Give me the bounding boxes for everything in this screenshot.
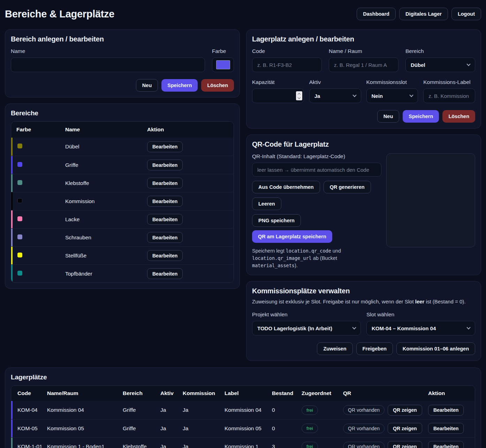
row-color-stripe [11, 138, 13, 156]
projekt-select[interactable]: TODO Lagerlogistik (In Arbeit) [252, 321, 361, 335]
number-spinner[interactable] [296, 91, 302, 100]
qr-am-lagerplatz-speichern-button[interactable]: QR am Lagerplatz speichern [252, 230, 332, 243]
cell-bestand: 0 [272, 425, 302, 432]
code-input[interactable] [252, 57, 322, 72]
bearbeiten-button[interactable]: Bearbeiten [147, 214, 183, 225]
bereich-speichern-button[interactable]: Speichern [161, 79, 198, 92]
qr-zeigen-button[interactable]: QR zeigen [388, 423, 422, 434]
png-speichern-button[interactable]: PNG speichern [252, 214, 301, 227]
cell-bereich: Klebstoffe [123, 443, 160, 448]
digitales-lager-button[interactable]: Digitales Lager [399, 8, 448, 20]
bereich-name-label: Name [11, 48, 205, 54]
kommissions-label-input[interactable] [423, 88, 475, 103]
row-color-swatch [17, 144, 22, 148]
freigeben-button[interactable]: Freigeben [356, 342, 393, 355]
aus-code-uebernehmen-button[interactable]: Aus Code übernehmen [252, 181, 320, 193]
bereich-select[interactable]: Dübel [405, 57, 475, 72]
logout-button[interactable]: Logout [451, 8, 481, 20]
bereich-name: Lacke [65, 216, 147, 223]
bereich-name: Klebstoffe [65, 180, 147, 186]
cell-aktiv: Ja [160, 407, 183, 413]
kommission-panel: Kommissionsplätze verwalten Zuweisung is… [246, 281, 481, 361]
leeren-button[interactable]: Leeren [252, 198, 281, 210]
table-row: KOM-05 Kommission 05 Griffe Ja Ja Kommis… [11, 419, 475, 437]
chevron-down-icon [410, 93, 413, 97]
slot-select-value: KOM-04 – Kommission 04 [372, 325, 436, 331]
aktiv-select[interactable]: Ja [309, 88, 361, 103]
bearbeiten-button[interactable]: Bearbeiten [428, 441, 464, 448]
kommission-anlegen-button[interactable]: Kommission 01–06 anlegen [396, 342, 475, 355]
qr-zeigen-button[interactable]: QR zeigen [388, 441, 422, 448]
dashboard-button[interactable]: Dashboard [357, 8, 396, 20]
table-row: KOM-1-01 Kommission 1 - Boden1 Klebstoff… [11, 437, 475, 448]
bereich-name-input[interactable] [11, 57, 205, 72]
name-raum-input[interactable] [329, 57, 398, 72]
qr-vorhanden-badge: QR vorhanden [343, 424, 385, 433]
row-color-stripe [11, 265, 13, 283]
row-color-stripe [11, 419, 13, 437]
bereich-form-panel: Bereich anlegen / bearbeiten Name Farbe … [5, 29, 240, 98]
table-row: Klebstoffe Bearbeiten [11, 174, 234, 192]
bearbeiten-button[interactable]: Bearbeiten [428, 405, 464, 416]
name-raum-label: Name / Raum [329, 48, 398, 54]
bereiche-title: Bereiche [11, 109, 234, 117]
qr-panel: QR-Code für Lagerplatz QR-Inhalt (Standa… [246, 134, 481, 275]
qr-title: QR-Code für Lagerplatz [252, 140, 475, 148]
qr-note: Speichern legt location.qr_code und loca… [252, 247, 381, 269]
bearbeiten-button[interactable]: Bearbeiten [147, 160, 183, 170]
lagerplaetze-table-header: Code Name/Raum Bereich Aktiv Kommission … [11, 386, 475, 401]
bereich-name: Schrauben [65, 234, 147, 241]
code-field-group: Code [252, 48, 322, 72]
lagerplaetze-title: Lagerplätze [11, 373, 475, 381]
cell-name: Kommission 1 - Boden1 [47, 443, 123, 448]
lagerplatz-loeschen-button[interactable]: Löschen [442, 110, 475, 123]
row-color-swatch [17, 216, 22, 221]
cell-bestand: 3 [272, 443, 302, 448]
bearbeiten-button[interactable]: Bearbeiten [147, 178, 183, 188]
bearbeiten-button[interactable]: Bearbeiten [147, 250, 183, 261]
cell-label: Kommission 05 [225, 425, 272, 432]
zuweisen-button[interactable]: Zuweisen [317, 342, 352, 355]
aktiv-label: Aktiv [309, 79, 361, 85]
kommissionsslot-select[interactable]: Nein [366, 88, 418, 103]
table-row: Griffe Bearbeiten [11, 156, 234, 174]
projekt-label: Projekt wählen [252, 311, 361, 318]
slot-select[interactable]: KOM-04 – Kommission 04 [366, 321, 475, 335]
lagerplatz-speichern-button[interactable]: Speichern [403, 110, 439, 123]
bereich-name: Stellfüße [65, 253, 147, 259]
bearbeiten-button[interactable]: Bearbeiten [147, 268, 183, 279]
lagerplatz-form-panel: Lagerplatz anlegen / bearbeiten Code Nam… [246, 29, 481, 129]
bearbeiten-button[interactable]: Bearbeiten [147, 196, 183, 207]
col-header-zugeordnet: Zugeordnet [302, 390, 343, 396]
qr-generieren-button[interactable]: QR generieren [324, 181, 371, 193]
page-root: Bereiche & Lagerplätze Dashboard Digital… [0, 0, 486, 448]
lagerplatz-neu-button[interactable]: Neu [377, 110, 399, 123]
qr-content-input[interactable] [252, 163, 381, 177]
kapazitaet-field-group: Kapazität [252, 79, 304, 103]
bearbeiten-button[interactable]: Bearbeiten [147, 141, 183, 152]
row-color-swatch [17, 253, 22, 257]
bereich-loeschen-button[interactable]: Löschen [201, 79, 234, 92]
col-header-bereich: Bereich [123, 390, 160, 396]
bereich-farbe-field-group: Farbe [212, 48, 234, 72]
page-title: Bereiche & Lagerplätze [5, 8, 114, 20]
bereich-name: Topfbänder [65, 271, 147, 277]
qr-zeigen-button[interactable]: QR zeigen [388, 405, 422, 416]
table-row: Dübel Bearbeiten [11, 138, 234, 156]
col-header-name-raum: Name/Raum [47, 390, 123, 396]
row-color-stripe [11, 401, 13, 419]
cell-kommission: Ja [183, 407, 225, 413]
cell-aktiv: Ja [160, 425, 183, 432]
bereich-neu-button[interactable]: Neu [136, 79, 158, 92]
table-row: Kommission Bearbeiten [11, 192, 234, 210]
bearbeiten-button[interactable]: Bearbeiten [428, 423, 464, 434]
row-color-stripe [11, 192, 13, 210]
row-color-swatch [17, 271, 22, 276]
code-snippet: location.qr_code [286, 248, 331, 254]
projekt-select-group: Projekt wählen TODO Lagerlogistik (In Ar… [252, 311, 361, 335]
code-label: Code [252, 48, 322, 54]
color-picker-button[interactable] [212, 57, 234, 72]
status-badge: frei [302, 424, 318, 433]
row-color-stripe [11, 438, 13, 448]
bearbeiten-button[interactable]: Bearbeiten [147, 232, 183, 243]
